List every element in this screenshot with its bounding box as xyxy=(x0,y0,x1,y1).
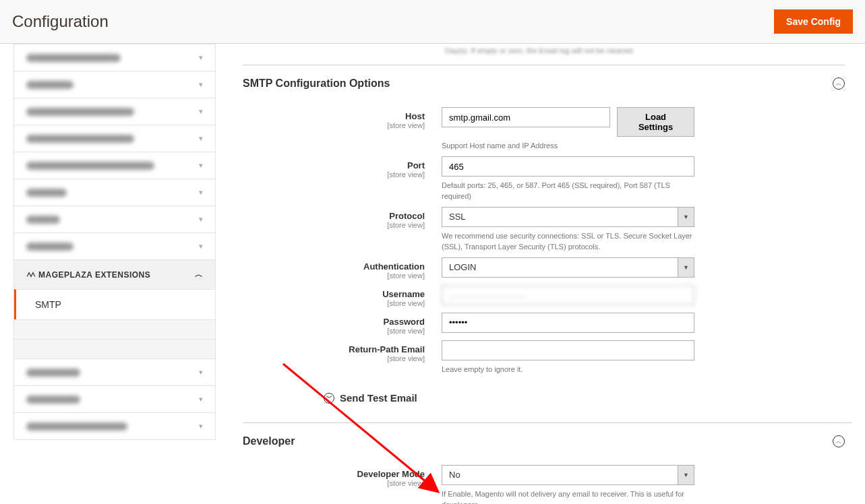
config-content: Day(s). If empty or zero, the Email log … xyxy=(216,44,865,504)
chevron-down-icon: ▾ xyxy=(199,368,203,377)
truncated-hint: Day(s). If empty or zero, the Email log … xyxy=(243,44,852,65)
devmode-value: No xyxy=(442,466,678,484)
sidebar-section-label: MAGEPLAZA EXTENSIONS xyxy=(38,270,150,280)
config-sidebar: ▾ ▾ ▾ ▾ ▾ ▾ ▾ ▾ MAGEPLAZA EXTENSIONS ︿ S… xyxy=(0,44,216,504)
page-header: Configuration Save Config xyxy=(0,0,865,44)
collapse-up-icon[interactable]: ︿ xyxy=(833,435,845,447)
save-config-button[interactable]: Save Config xyxy=(774,9,853,34)
username-label: Username xyxy=(243,289,425,299)
port-label: Port xyxy=(243,160,425,170)
dropdown-icon: ▼ xyxy=(678,208,694,226)
sidebar-sub-smtp[interactable]: SMTP xyxy=(14,289,215,319)
sidebar-sub-obscured-1[interactable] xyxy=(14,319,215,339)
send-test-email-label: Send Test Email xyxy=(340,392,417,404)
host-scope: [store view] xyxy=(243,121,425,129)
host-hint: Support Host name and IP Address xyxy=(442,141,694,151)
send-test-email-toggle[interactable]: ﹀ Send Test Email xyxy=(243,380,852,417)
protocol-scope: [store view] xyxy=(243,221,425,229)
chevron-down-icon: ▾ xyxy=(199,242,203,251)
port-scope: [store view] xyxy=(243,170,425,179)
auth-value: LOGIN xyxy=(442,258,678,277)
port-input[interactable] xyxy=(442,156,694,177)
chevron-down-icon: ▾ xyxy=(199,188,203,197)
protocol-label: Protocol xyxy=(243,211,425,221)
chevron-down-icon: ▾ xyxy=(199,80,203,89)
sidebar-item-obscured-4[interactable]: ▾ xyxy=(14,125,215,152)
auth-select[interactable]: LOGIN ▼ xyxy=(442,257,694,278)
returnpath-hint: Leave empty to ignore it. xyxy=(442,365,694,375)
password-input[interactable] xyxy=(442,313,694,333)
sidebar-item-obscured-3[interactable]: ▾ xyxy=(14,98,215,125)
devmode-label: Developer Mode xyxy=(243,469,425,479)
devmode-hint: If Enable, Magento will not delivery any… xyxy=(442,489,694,504)
sidebar-sub-obscured-2[interactable] xyxy=(14,339,215,358)
devmode-select[interactable]: No ▼ xyxy=(442,465,694,485)
sidebar-item-obscured-7[interactable]: ▾ xyxy=(14,206,215,232)
port-hint: Default ports: 25, 465, or 587. Port 465… xyxy=(442,181,694,201)
load-settings-button[interactable]: Load Settings xyxy=(617,107,694,137)
section-smtp-title: SMTP Configuration Options xyxy=(243,77,390,90)
username-scope: [store view] xyxy=(243,299,425,307)
sidebar-item-obscured-5[interactable]: ▾ xyxy=(14,152,215,179)
sidebar-item-obscured-11[interactable]: ▾ xyxy=(14,412,215,439)
devmode-scope: [store view] xyxy=(243,479,425,487)
brand-icon xyxy=(26,271,36,278)
password-label: Password xyxy=(243,317,425,327)
sidebar-section-mageplaza[interactable]: MAGEPLAZA EXTENSIONS ︿ xyxy=(14,259,215,289)
chevron-down-icon: ▾ xyxy=(199,53,203,62)
sidebar-item-obscured-2[interactable]: ▾ xyxy=(14,71,215,98)
sidebar-item-obscured-10[interactable]: ▾ xyxy=(14,385,215,412)
chevron-down-icon: ▾ xyxy=(199,134,203,143)
auth-label: Authentication xyxy=(243,261,425,272)
collapse-up-icon[interactable]: ︿ xyxy=(833,77,845,90)
returnpath-scope: [store view] xyxy=(243,354,425,363)
chevron-down-icon: ▾ xyxy=(199,161,203,170)
chevron-down-icon: ▾ xyxy=(199,395,203,404)
page-title: Configuration xyxy=(12,12,109,31)
section-developer-header[interactable]: Developer ︿ xyxy=(243,423,852,460)
host-input[interactable] xyxy=(442,107,610,127)
sidebar-item-obscured-1[interactable]: ▾ xyxy=(14,44,215,71)
host-label: Host xyxy=(243,111,425,121)
protocol-value: SSL xyxy=(442,208,678,226)
auth-scope: [store view] xyxy=(243,272,425,280)
dropdown-icon: ▼ xyxy=(678,258,694,277)
expand-down-icon: ﹀ xyxy=(324,393,334,404)
chevron-down-icon: ▾ xyxy=(199,215,203,224)
sidebar-item-obscured-8[interactable]: ▾ xyxy=(14,232,215,259)
password-scope: [store view] xyxy=(243,327,425,335)
chevron-up-icon: ︿ xyxy=(195,269,204,280)
protocol-hint: We recommend use security connections: S… xyxy=(442,231,694,252)
protocol-select[interactable]: SSL ▼ xyxy=(442,207,694,227)
username-input[interactable] xyxy=(442,285,694,305)
chevron-down-icon: ▾ xyxy=(199,107,203,116)
section-smtp-header[interactable]: SMTP Configuration Options ︿ xyxy=(243,65,852,102)
sidebar-item-obscured-9[interactable]: ▾ xyxy=(14,358,215,385)
returnpath-label: Return-Path Email xyxy=(243,344,425,354)
returnpath-input[interactable] xyxy=(442,340,694,360)
section-developer-title: Developer xyxy=(243,435,295,447)
dropdown-icon: ▼ xyxy=(678,466,694,484)
sidebar-item-obscured-6[interactable]: ▾ xyxy=(14,179,215,206)
chevron-down-icon: ▾ xyxy=(199,422,203,431)
